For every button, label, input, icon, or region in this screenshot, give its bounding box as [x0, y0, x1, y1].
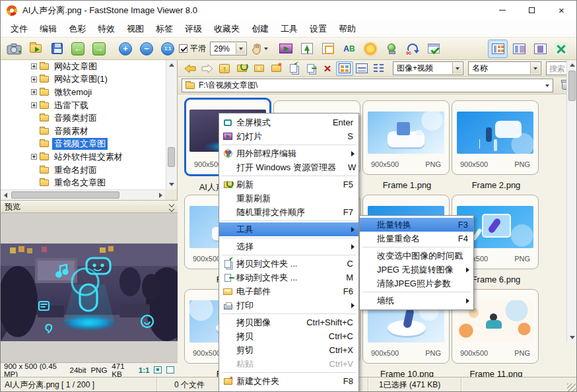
menu-item-jpeg-lossless-rotate[interactable]: JPEG 无损旋转图像 — [360, 263, 473, 277]
expand-plus-icon[interactable] — [31, 102, 37, 108]
scroll-down-icon[interactable] — [567, 333, 577, 343]
resize-button[interactable] — [297, 40, 317, 58]
scroll-down-icon[interactable] — [166, 180, 177, 189]
scrollbar-thumb[interactable] — [568, 71, 576, 101]
tree-item-4[interactable]: 音频类封面 — [1, 112, 166, 125]
hand-tool-button[interactable] — [250, 40, 269, 58]
tree-item-2[interactable]: 微软emoji — [1, 86, 166, 99]
scroll-left-icon[interactable] — [1, 190, 11, 200]
tree-item-5[interactable]: 音频素材 — [1, 125, 166, 138]
resize-grip[interactable] — [567, 383, 576, 392]
menu-item-delete[interactable]: 删除Del — [219, 388, 358, 392]
menubar-item-3[interactable]: 特效 — [92, 21, 121, 37]
thumbnail-card[interactable]: 900x500PNG — [362, 100, 450, 175]
scroll-up-icon[interactable] — [567, 60, 577, 70]
new-folder-button[interactable] — [267, 61, 285, 76]
next-image-button[interactable]: → — [89, 40, 109, 58]
menu-item-copy-image[interactable]: 拷贝图像Ctrl+Shift+C — [219, 315, 358, 329]
combo-arrow-icon[interactable] — [530, 63, 540, 74]
tree-item-9[interactable]: 重命名文章图 — [1, 176, 166, 189]
thumbnail-2[interactable]: 900x500PNGFrame 1.png — [362, 100, 452, 190]
view-list-preview-button[interactable] — [509, 40, 529, 58]
settings-button[interactable] — [424, 40, 444, 58]
previous-image-button[interactable]: ← — [68, 40, 88, 58]
zoom-in-button[interactable]: + — [116, 40, 135, 58]
menu-item-slideshow[interactable]: 幻灯片S — [219, 129, 358, 143]
thumbnail-view-button[interactable] — [336, 61, 353, 76]
expand-plus-icon[interactable] — [31, 63, 37, 69]
expand-plus-icon[interactable] — [31, 154, 37, 160]
tree-item-1[interactable]: 网站文章图(1) — [1, 73, 166, 86]
menu-item-copy[interactable]: 拷贝Ctrl+C — [219, 329, 358, 343]
fullscreen-button[interactable] — [551, 40, 571, 58]
refresh-folder-button[interactable] — [233, 61, 250, 76]
menubar-item-0[interactable]: 文件 — [5, 21, 34, 37]
open-file-button[interactable] — [26, 40, 46, 58]
tree-horizontal-scrollbar[interactable] — [1, 189, 166, 200]
menubar-item-9[interactable]: 工具 — [275, 21, 304, 37]
tree-item-8[interactable]: 重命名封面 — [1, 164, 166, 177]
tree-vertical-scrollbar[interactable] — [166, 60, 177, 189]
minimize-button[interactable] — [487, 1, 517, 20]
move-to-button[interactable] — [302, 61, 319, 76]
menu-item-refresh[interactable]: 刷新F5 — [219, 178, 358, 191]
menubar-item-4[interactable]: 视图 — [121, 21, 150, 37]
crop-button[interactable] — [318, 40, 338, 58]
clone-stamp-button[interactable] — [382, 40, 401, 58]
menu-item-batch-rename[interactable]: 批量重命名F4 — [360, 232, 473, 245]
menubar-item-1[interactable]: 编辑 — [34, 21, 63, 37]
menubar-item-10[interactable]: 设置 — [304, 21, 333, 37]
view-thumbnails-button[interactable] — [488, 40, 508, 58]
menu-item-refresh-again[interactable]: 重新刷新 — [219, 191, 358, 205]
smooth-checkbox[interactable]: 平滑 — [179, 40, 206, 58]
chevron-down-icon[interactable] — [545, 84, 549, 87]
pan-view-icon[interactable] — [154, 366, 162, 374]
tree-item-6[interactable]: 音视频文章图 — [1, 138, 166, 151]
list-view-button[interactable] — [353, 61, 370, 76]
menu-item-copy-to-folder[interactable]: 拷贝到文件夹 ...C — [219, 257, 358, 271]
slideshow-button[interactable] — [276, 40, 296, 58]
menu-item-new-folder[interactable]: 新建文件夹F8 — [219, 374, 358, 388]
menu-item-change-timestamp[interactable]: 改变选中图像的时间戳 — [360, 249, 473, 263]
menu-item-print[interactable]: 打印 — [219, 298, 358, 312]
menu-item-wallpaper[interactable]: 墙纸 — [360, 294, 473, 308]
scrollbar-thumb[interactable] — [11, 191, 119, 199]
menubar-item-6[interactable]: 评级 — [179, 21, 208, 37]
scroll-right-icon[interactable] — [156, 190, 166, 200]
menu-item-batch-convert[interactable]: 批量转换F3 — [360, 218, 473, 232]
menu-item-tools[interactable]: 工具 — [219, 222, 358, 236]
tree-item-3[interactable]: 迅雷下载 — [1, 99, 166, 112]
menu-item-full-screen[interactable]: 全屏模式Enter — [219, 115, 358, 129]
up-folder-button[interactable]: ↑ — [216, 61, 233, 76]
favorites-button[interactable] — [250, 61, 267, 76]
menu-item-select[interactable]: 选择 — [219, 240, 358, 253]
menubar-item-5[interactable]: 标签 — [150, 21, 179, 37]
rotate-button[interactable] — [403, 40, 423, 58]
draw-text-button[interactable] — [339, 40, 359, 58]
menu-item-shuffle-file-order[interactable]: 随机重排文件顺序F7 — [219, 205, 358, 219]
expand-plus-icon[interactable] — [31, 77, 37, 82]
scrollbar-thumb[interactable] — [168, 147, 175, 167]
preview-panel-header[interactable]: 预览 — [1, 200, 178, 213]
acquire-button[interactable] — [5, 40, 24, 58]
menu-item-clear-jpeg-metadata[interactable]: 清除JPEG照片参数 — [360, 277, 473, 290]
expand-plus-icon[interactable] — [31, 89, 37, 95]
view-full-button[interactable] — [530, 40, 550, 58]
zoom-out-button[interactable]: − — [137, 40, 156, 58]
menubar-item-7[interactable]: 收藏夹 — [208, 21, 246, 37]
scroll-up-icon[interactable] — [166, 60, 177, 70]
maximize-button[interactable] — [517, 1, 547, 20]
menu-item-open-windows-explorer[interactable]: 打开 Windows 资源管理器W — [219, 160, 358, 174]
file-type-filter-combo[interactable]: 图像+视频 — [393, 61, 463, 75]
forward-button[interactable] — [199, 61, 216, 76]
collapse-chevrons-icon[interactable] — [170, 203, 174, 211]
combo-arrow-icon[interactable] — [452, 63, 462, 74]
detail-view-button[interactable] — [370, 61, 388, 76]
adjust-lighting-button[interactable] — [360, 40, 380, 58]
tree-item-0[interactable]: 网站文章图 — [1, 60, 166, 73]
menu-item-move-to-folder[interactable]: 移动到文件夹 ...M — [219, 271, 358, 284]
tree-item-7[interactable]: 站外软件提交素材 — [1, 150, 166, 164]
menubar-item-8[interactable]: 创建 — [246, 21, 275, 37]
address-input[interactable]: F:\音视频文章图\ — [182, 79, 553, 92]
zoom-level-combo[interactable]: 29% — [210, 42, 247, 55]
